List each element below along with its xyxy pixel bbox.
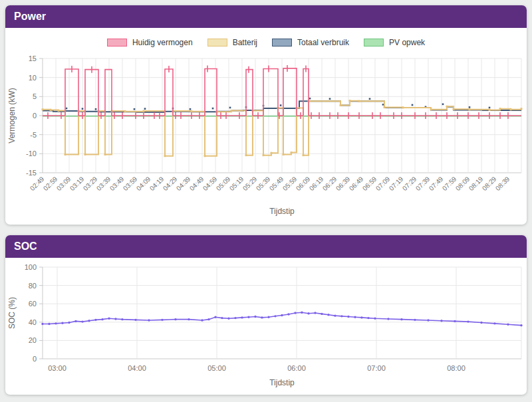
- svg-text:03:19: 03:19: [68, 175, 86, 192]
- legend-item-2[interactable]: Totaal verbruik: [272, 38, 349, 47]
- soc-panel-body: 02040608010003:0004:0005:0006:0007:0008:…: [5, 258, 527, 395]
- svg-text:05:29: 05:29: [241, 175, 259, 192]
- svg-text:Tijdstip: Tijdstip: [269, 207, 295, 216]
- power-chart-legend: Huidig vermogenBatterijTotaal verbruikPV…: [7, 37, 525, 48]
- svg-text:0: 0: [33, 112, 37, 120]
- svg-text:5: 5: [33, 92, 37, 100]
- svg-text:08:09: 08:09: [454, 175, 471, 192]
- legend-swatch-icon: [272, 39, 292, 47]
- power-panel-title: Power: [14, 11, 46, 22]
- svg-text:10: 10: [29, 74, 37, 82]
- legend-item-0[interactable]: Huidig vermogen: [107, 38, 193, 47]
- svg-text:05:00: 05:00: [207, 364, 226, 372]
- svg-text:05:59: 05:59: [281, 175, 299, 192]
- soc-panel-title: SOC: [14, 241, 37, 252]
- soc-panel-header: SOC: [5, 235, 527, 258]
- svg-text:07:19: 07:19: [388, 175, 405, 192]
- legend-item-1[interactable]: Batterij: [207, 38, 257, 47]
- power-chart: -15-10-505101502:4902:5903:0903:1903:290…: [7, 49, 525, 222]
- legend-swatch-icon: [207, 39, 227, 47]
- svg-text:05:49: 05:49: [268, 175, 285, 192]
- svg-text:-5: -5: [30, 131, 37, 139]
- svg-text:Tijdstip: Tijdstip: [269, 378, 295, 387]
- power-panel-body: Huidig vermogenBatterijTotaal verbruikPV…: [5, 28, 527, 225]
- svg-text:02:59: 02:59: [42, 175, 59, 192]
- svg-text:20: 20: [29, 336, 37, 344]
- svg-text:-10: -10: [26, 150, 37, 157]
- svg-text:08:00: 08:00: [447, 364, 466, 372]
- svg-text:05:39: 05:39: [255, 175, 272, 192]
- svg-text:03:29: 03:29: [82, 175, 99, 192]
- soc-panel: SOC 02040608010003:0004:0005:0006:0007:0…: [5, 235, 527, 395]
- svg-text:03:00: 03:00: [48, 364, 66, 372]
- svg-text:08:29: 08:29: [481, 175, 498, 192]
- svg-text:100: 100: [25, 263, 37, 271]
- svg-text:03:49: 03:49: [108, 175, 126, 192]
- svg-text:07:29: 07:29: [401, 175, 418, 192]
- legend-label: Totaal verbruik: [297, 38, 349, 47]
- svg-text:07:09: 07:09: [374, 175, 392, 192]
- svg-text:40: 40: [29, 318, 37, 326]
- svg-text:04:39: 04:39: [175, 175, 192, 192]
- svg-text:04:29: 04:29: [162, 175, 179, 192]
- dashboard-page: Power Huidig vermogenBatterijTotaal verb…: [0, 0, 532, 402]
- svg-text:06:09: 06:09: [295, 175, 312, 192]
- svg-text:03:39: 03:39: [95, 175, 112, 192]
- soc-chart: 02040608010003:0004:0005:0006:0007:0008:…: [7, 259, 525, 392]
- svg-text:04:00: 04:00: [128, 364, 146, 372]
- svg-text:07:49: 07:49: [428, 175, 445, 192]
- svg-text:07:39: 07:39: [414, 175, 432, 192]
- svg-text:07:59: 07:59: [441, 175, 458, 192]
- svg-text:06:39: 06:39: [334, 175, 352, 192]
- legend-swatch-icon: [107, 39, 127, 47]
- svg-text:04:09: 04:09: [135, 175, 152, 192]
- svg-text:04:19: 04:19: [148, 175, 166, 192]
- svg-text:07:00: 07:00: [367, 364, 386, 372]
- svg-text:03:09: 03:09: [55, 175, 72, 192]
- svg-text:Vermogen (kW): Vermogen (kW): [7, 88, 17, 143]
- power-panel-header: Power: [5, 5, 527, 28]
- svg-text:04:49: 04:49: [188, 175, 205, 192]
- svg-text:-15: -15: [26, 169, 37, 177]
- svg-text:80: 80: [29, 282, 37, 290]
- svg-text:06:29: 06:29: [321, 175, 338, 192]
- svg-text:08:39: 08:39: [494, 175, 511, 192]
- legend-label: PV opwek: [389, 38, 425, 47]
- svg-text:05:09: 05:09: [215, 175, 232, 192]
- svg-text:06:19: 06:19: [308, 175, 325, 192]
- svg-text:06:59: 06:59: [361, 175, 378, 192]
- svg-text:06:00: 06:00: [287, 364, 306, 372]
- legend-swatch-icon: [364, 39, 384, 47]
- svg-text:02:49: 02:49: [29, 175, 46, 192]
- svg-text:04:59: 04:59: [201, 175, 219, 192]
- legend-label: Batterij: [233, 38, 257, 47]
- svg-text:05:19: 05:19: [228, 175, 245, 192]
- svg-text:06:49: 06:49: [348, 175, 365, 192]
- power-panel: Power Huidig vermogenBatterijTotaal verb…: [5, 5, 527, 225]
- svg-text:03:59: 03:59: [122, 175, 139, 192]
- svg-text:60: 60: [29, 300, 37, 308]
- svg-text:15: 15: [29, 54, 37, 62]
- legend-label: Huidig vermogen: [132, 38, 193, 47]
- legend-item-3[interactable]: PV opwek: [364, 38, 425, 47]
- svg-text:SOC (%): SOC (%): [7, 297, 17, 329]
- svg-text:08:19: 08:19: [467, 175, 485, 192]
- svg-text:0: 0: [33, 355, 37, 363]
